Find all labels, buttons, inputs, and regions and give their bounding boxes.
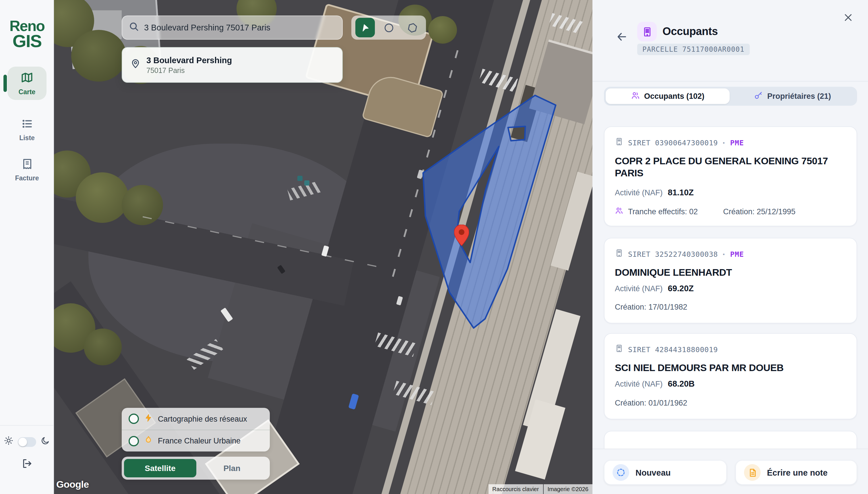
occupant-card-partial[interactable] xyxy=(604,431,857,450)
layer-panel: Cartographie des réseaux France Chaleur … xyxy=(122,408,270,452)
sidebar-item-label: Carte xyxy=(19,89,36,95)
dashed-circle-icon xyxy=(613,464,629,481)
layer-label: France Chaleur Urbaine xyxy=(158,437,240,445)
naf-row: Activité (NAF) 69.20Z xyxy=(615,284,846,293)
siret-row: SIRET 32522740300038 · PME xyxy=(615,249,846,260)
layer-row-reseaux[interactable]: Cartographie des réseaux xyxy=(122,408,270,430)
siret-row: SIRET 03900647300019 · PME xyxy=(615,137,846,148)
imagery-credit: Imagerie ©2026 xyxy=(544,484,592,494)
separator: · xyxy=(723,249,726,259)
back-arrow-icon[interactable] xyxy=(615,31,628,45)
naf-label: Activité (NAF) xyxy=(615,189,663,197)
map-canvas[interactable]: 3 Boulevard Pershing 75017 Paris Cartogr… xyxy=(54,0,592,494)
meta-row: Tranche effectifs: 02 Création: 25/12/19… xyxy=(615,207,846,217)
theme-switch[interactable] xyxy=(18,437,36,446)
ecrire-note-button[interactable]: Écrire une note xyxy=(735,460,857,485)
select-arrow-tool[interactable] xyxy=(355,18,375,37)
search-bar[interactable] xyxy=(122,16,343,40)
meta-row: Création: 01/01/1962 xyxy=(615,398,846,407)
google-logo: Google xyxy=(56,479,89,491)
lightning-icon xyxy=(144,413,153,424)
layer-label: Cartographie des réseaux xyxy=(158,415,247,423)
close-icon[interactable] xyxy=(843,13,853,25)
people-icon xyxy=(631,91,640,102)
tab-label: Propriétaires (21) xyxy=(767,92,831,100)
circle-draw-tool[interactable] xyxy=(379,18,398,37)
creation-date: Création: 01/01/1962 xyxy=(615,398,687,407)
effectifs-value: Tranche effectifs: 02 xyxy=(628,207,698,216)
list-icon xyxy=(21,117,33,132)
divider xyxy=(592,81,868,81)
occupant-name: SCI NIEL DEMOURS PAR MR DOUEB xyxy=(615,362,840,374)
sidebar-footer xyxy=(0,425,54,494)
pme-badge: PME xyxy=(730,138,744,147)
app-logo: Reno GIS xyxy=(0,20,54,50)
siret-number: SIRET 32522740300038 xyxy=(628,250,718,259)
separator: · xyxy=(723,137,726,148)
sidebar-item-liste[interactable]: Liste xyxy=(7,113,46,146)
location-pin-icon xyxy=(130,59,141,71)
occupants-panel: Occupants PARCELLE 75117000AR0001 Occupa… xyxy=(592,0,868,494)
occupant-card[interactable]: SIRET 03900647300019 · PME COPR 2 PLACE … xyxy=(604,126,857,226)
note-icon xyxy=(744,464,761,481)
building-small-icon xyxy=(615,249,624,260)
basemap-plan-button[interactable]: Plan xyxy=(196,463,268,473)
polygon-draw-tool[interactable] xyxy=(402,18,422,37)
active-indicator xyxy=(3,75,7,92)
parcel-badge: PARCELLE 75117000AR0001 xyxy=(637,44,749,55)
sidebar-item-carte[interactable]: Carte xyxy=(7,66,46,100)
keyboard-shortcuts-link[interactable]: Raccourcis clavier xyxy=(488,484,543,494)
tab-bar: Occupants (102) Propriétaires (21) xyxy=(604,87,857,106)
basemap-satellite-button[interactable]: Satellite xyxy=(124,459,196,477)
creation-date: Création: 17/01/1982 xyxy=(615,302,687,311)
result-subtitle: 75017 Paris xyxy=(146,66,232,74)
naf-row: Activité (NAF) 81.10Z xyxy=(615,188,846,197)
sidebar-item-label: Liste xyxy=(19,134,35,141)
occupant-card[interactable]: SIRET 32522740300038 · PME DOMINIQUE LEE… xyxy=(604,238,857,323)
naf-code: 81.10Z xyxy=(668,188,694,197)
creation-date: Création: 25/12/1995 xyxy=(723,207,795,216)
occupant-name: DOMINIQUE LEENHARDT xyxy=(615,267,840,279)
sidebar-item-label: Facture xyxy=(15,174,39,181)
search-input[interactable] xyxy=(144,23,335,32)
occupant-name: COPR 2 PLACE DU GENERAL KOENING 75017 PA… xyxy=(615,156,840,179)
naf-code: 69.20Z xyxy=(668,284,694,293)
layer-radio[interactable] xyxy=(129,414,139,424)
button-label: Nouveau xyxy=(635,468,671,477)
draw-tools xyxy=(351,16,426,40)
moon-icon xyxy=(41,436,50,448)
building-icon xyxy=(637,22,657,41)
layer-row-chaleur[interactable]: France Chaleur Urbaine xyxy=(122,430,270,452)
sun-icon xyxy=(4,436,13,448)
people-small-icon xyxy=(615,207,624,217)
tab-label: Occupants (102) xyxy=(644,92,704,100)
layer-radio[interactable] xyxy=(129,436,139,446)
search-icon xyxy=(129,21,139,34)
pme-badge: PME xyxy=(730,250,744,259)
sidebar-item-facture[interactable]: Facture xyxy=(7,153,46,186)
occupant-card[interactable]: SIRET 42844318800019 SCI NIEL DEMOURS PA… xyxy=(604,333,857,419)
search-result-item[interactable]: 3 Boulevard Pershing 75017 Paris xyxy=(122,47,343,83)
map-marker-icon[interactable] xyxy=(454,225,469,246)
siret-number: SIRET 42844318800019 xyxy=(628,345,718,354)
result-title: 3 Boulevard Pershing xyxy=(146,55,232,64)
naf-row: Activité (NAF) 68.20B xyxy=(615,379,846,388)
tab-occupants[interactable]: Occupants (102) xyxy=(606,89,730,104)
siret-number: SIRET 03900647300019 xyxy=(628,138,718,147)
tab-proprietaires[interactable]: Propriétaires (21) xyxy=(730,89,855,104)
logo-line2: GIS xyxy=(0,33,54,50)
sidebar: Reno GIS Carte Liste Facture xyxy=(0,0,54,494)
naf-code: 68.20B xyxy=(668,379,695,388)
switch-knob xyxy=(18,437,27,446)
logout-icon[interactable] xyxy=(21,458,33,472)
building-small-icon xyxy=(615,344,624,355)
siret-row: SIRET 42844318800019 xyxy=(615,344,846,355)
panel-footer: Nouveau Écrire une note xyxy=(592,449,868,494)
nouveau-button[interactable]: Nouveau xyxy=(604,460,727,485)
flame-icon xyxy=(144,435,153,446)
meta-row: Création: 17/01/1982 xyxy=(615,302,846,311)
naf-label: Activité (NAF) xyxy=(615,284,663,293)
page-title: Occupants xyxy=(663,25,718,38)
building-small-icon xyxy=(615,137,624,148)
map-icon xyxy=(21,71,33,86)
